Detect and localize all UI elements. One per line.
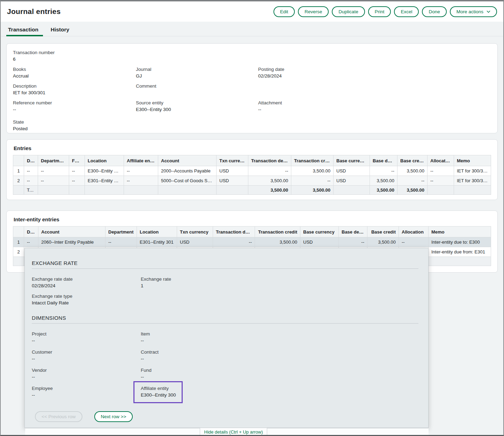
cell: USD: [217, 176, 248, 186]
tab-transaction[interactable]: Transaction: [7, 23, 39, 36]
cell: [158, 186, 217, 195]
column-header: Location: [85, 155, 124, 166]
excel-button[interactable]: Excel: [394, 6, 419, 17]
exchange-rate-heading: EXCHANGE RATE: [32, 260, 418, 266]
cell: --: [370, 166, 397, 176]
cell: E300--Entity 300: [85, 166, 124, 176]
table-row[interactable]: 2 -- -- -- E301--Entity 301 -- 5000--Cos…: [13, 176, 491, 186]
column-header: Allocation: [399, 227, 429, 237]
divider: [32, 268, 418, 269]
cell: --: [291, 176, 334, 186]
field-description: Description IET for 300/301: [13, 83, 136, 96]
field-source-entity: Source entity E300--Entity 300: [136, 99, 258, 113]
next-row-button[interactable]: Next row >>: [94, 411, 133, 422]
column-header: Fund: [69, 155, 85, 166]
cell: 2: [13, 176, 24, 186]
cell: USD: [217, 166, 248, 176]
field-comment: Comment: [136, 83, 258, 96]
cell: --: [339, 237, 367, 247]
cell: 2000--Accounts Payable: [158, 166, 217, 176]
column-header: Location: [137, 227, 177, 237]
more-actions-button[interactable]: More actions: [450, 6, 497, 17]
cell: [454, 186, 491, 195]
field-contract: Contract --: [141, 349, 418, 362]
cell: IET for 300/301: [454, 176, 491, 186]
field-journal: Journal GJ: [136, 66, 258, 80]
cell: 1: [13, 237, 24, 247]
previous-row-button[interactable]: << Previous row: [35, 411, 82, 422]
journal-entries-page: Journal entries Edit Reverse Duplicate P…: [0, 0, 504, 436]
cell: 3,500.00: [397, 186, 428, 195]
cell: [13, 257, 24, 266]
column-header: Txn currency: [217, 155, 248, 166]
column-header: Account: [38, 227, 105, 237]
cell: [217, 186, 248, 195]
edit-button[interactable]: Edit: [273, 6, 295, 17]
column-header: [13, 227, 24, 237]
cell: Inter-entity due from: E301: [429, 247, 491, 257]
cell: --: [24, 166, 38, 176]
done-button[interactable]: Done: [422, 6, 446, 17]
table-row[interactable]: 1 -- -- -- E300--Entity 300 -- 2000--Acc…: [13, 166, 491, 176]
print-button[interactable]: Print: [368, 6, 391, 17]
cell: [69, 186, 85, 195]
column-header: Base credit: [397, 155, 428, 166]
more-actions-label: More actions: [456, 9, 483, 14]
cell: --: [24, 176, 38, 186]
cell: --: [38, 176, 69, 186]
field-exchange-rate: Exchange rate 1: [141, 276, 418, 289]
field-item: Item --: [141, 331, 418, 344]
inter-entity-title: Inter-entity entries: [14, 216, 490, 222]
cell: --: [428, 166, 454, 176]
cell: --: [24, 237, 38, 247]
cell: 3,500.00: [291, 186, 334, 195]
column-header: Transaction credit: [255, 227, 300, 237]
cell: 3,500.00: [367, 237, 399, 247]
field-exchange-rate-type: Exchange rate type Intacct Daily Rate: [32, 293, 141, 306]
column-header: Base currency: [334, 155, 370, 166]
table-row[interactable]: 1 -- 2060--Inter Entity Payable -- E301-…: [13, 237, 491, 247]
column-header: Account: [158, 155, 217, 166]
affiliate-entity-highlight: Affiliate entity E300--Entity 300: [133, 381, 183, 403]
hide-details-tab[interactable]: Hide details (Ctrl + Up arrow): [200, 428, 267, 436]
cell: --: [248, 166, 291, 176]
field-project: Project --: [32, 331, 141, 344]
column-header: Transaction credit: [291, 155, 334, 166]
reverse-button[interactable]: Reverse: [298, 6, 329, 17]
page-header: Journal entries Edit Reverse Duplicate P…: [1, 1, 503, 22]
field-fund: Fund --: [141, 367, 418, 380]
column-header: Base debit: [339, 227, 367, 237]
cell: IET for 300/301: [454, 166, 491, 176]
cell: --: [397, 176, 428, 186]
cell: --: [124, 166, 158, 176]
cell: E301--Entity 301: [85, 176, 124, 186]
cell: [124, 186, 158, 195]
column-header: Base debit: [370, 155, 397, 166]
field-books: Books Accrual: [13, 66, 136, 80]
entries-title: Entries: [14, 145, 490, 151]
cell: USD: [300, 237, 339, 247]
cell: [38, 186, 69, 195]
cell: --: [69, 176, 85, 186]
column-header: Transaction debit: [248, 155, 291, 166]
column-header: Department: [105, 227, 137, 237]
column-header: Txn currency: [177, 227, 213, 237]
cell: --: [213, 237, 255, 247]
cell: 3,500.00: [291, 166, 334, 176]
cell: [334, 186, 370, 195]
page-title: Journal entries: [7, 7, 61, 16]
details-footer-bar: Hide details (Ctrl + Up arrow): [25, 428, 429, 436]
divider: [32, 323, 418, 324]
entries-table: Doc Department Fund Location Affiliate e…: [13, 155, 491, 195]
cell: USD: [334, 166, 370, 176]
entries-card: Entries Doc Department Fund Location Aff…: [6, 139, 498, 200]
cell: USD: [177, 237, 213, 247]
entries-total-row: Total 3,500.00 3,500.00 3,500.00 3,500.0…: [13, 186, 491, 195]
cell: Total: [24, 186, 38, 195]
cell: E301--Entity 301: [137, 237, 177, 247]
duplicate-button[interactable]: Duplicate: [332, 6, 365, 17]
field-state: State Posted: [13, 119, 136, 132]
cell: 2060--Inter Entity Payable: [38, 237, 105, 247]
tab-history[interactable]: History: [50, 23, 70, 36]
column-header: Department: [38, 155, 69, 166]
